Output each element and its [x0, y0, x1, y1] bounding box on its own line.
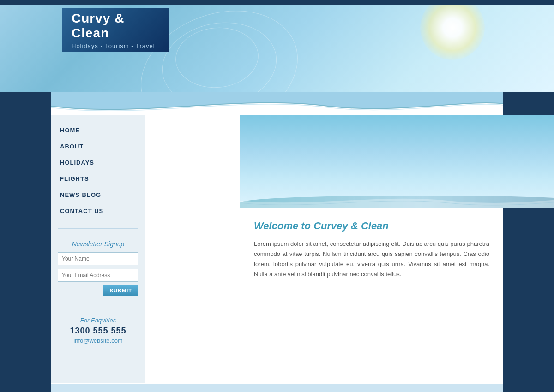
hero-banner: [240, 115, 554, 208]
nav-item-about[interactable]: ABOUT: [51, 138, 145, 154]
svg-rect-1: [51, 384, 503, 392]
newsletter-email-input[interactable]: [58, 269, 138, 282]
main-content: Welcome to Curvey & Clean Lorem ipsum do…: [240, 208, 503, 384]
enquiries-section: For Enquiries 1300 555 555 info@website.…: [51, 308, 145, 353]
logo-box: Curvy & Clean Holidays - Tourism - Trave…: [62, 8, 169, 52]
nav-link-newsblog[interactable]: NEWS BLOG: [51, 187, 145, 203]
nav-item-home[interactable]: HOME: [51, 122, 145, 138]
nav-link-home[interactable]: HOME: [51, 122, 145, 138]
nav-item-flights[interactable]: FLIGHTS: [51, 171, 145, 187]
site-subtitle: Holidays - Tourism - Travel: [72, 42, 159, 49]
nav-link-flights[interactable]: FLIGHTS: [51, 171, 145, 187]
newsletter-section: Newsletter Signup SUBMIT: [51, 233, 145, 303]
newsletter-name-input[interactable]: [58, 252, 138, 265]
enquiries-label: For Enquiries: [58, 317, 138, 324]
sidebar: HOME ABOUT HOLIDAYS FLIGHTS NEWS BLOG CO…: [51, 115, 145, 383]
nav-item-newsblog[interactable]: NEWS BLOG: [51, 187, 145, 203]
nav-link-contactus[interactable]: CONTACT US: [51, 203, 145, 219]
nav-menu: HOME ABOUT HOLIDAYS FLIGHTS NEWS BLOG CO…: [51, 115, 145, 226]
phone-number: 1300 555 555: [58, 326, 138, 336]
nav-item-holidays[interactable]: HOLIDAYS: [51, 154, 145, 171]
welcome-title: Welcome to Curvey & Clean: [254, 220, 489, 232]
nav-link-holidays[interactable]: HOLIDAYS: [51, 154, 145, 171]
nav-item-contactus[interactable]: CONTACT US: [51, 203, 145, 219]
nav-link-about[interactable]: ABOUT: [51, 138, 145, 154]
welcome-text: Lorem ipsum dolor sit amet, consectetur …: [254, 239, 489, 279]
newsletter-submit-button[interactable]: SUBMIT: [103, 285, 138, 296]
site-title: Curvy & Clean: [72, 11, 159, 41]
newsletter-title: Newsletter Signup: [58, 240, 138, 248]
email-link[interactable]: info@website.com: [58, 337, 138, 344]
